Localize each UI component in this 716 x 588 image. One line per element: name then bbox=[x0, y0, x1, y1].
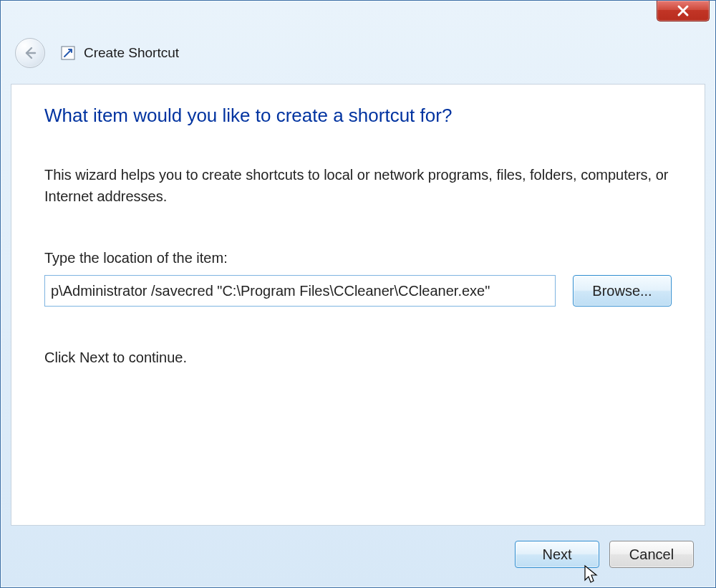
browse-button[interactable]: Browse... bbox=[573, 275, 672, 307]
shortcut-icon bbox=[61, 46, 75, 60]
location-label: Type the location of the item: bbox=[44, 250, 672, 266]
wizard-description: This wizard helps you to create shortcut… bbox=[44, 164, 672, 207]
continue-instruction: Click Next to continue. bbox=[44, 350, 672, 366]
title-bar bbox=[1, 1, 715, 24]
page-heading: What item would you like to create a sho… bbox=[44, 105, 672, 127]
wizard-window: Create Shortcut What item would you like… bbox=[0, 0, 716, 588]
window-title: Create Shortcut bbox=[84, 45, 179, 61]
next-button[interactable]: Next bbox=[515, 541, 599, 568]
close-button[interactable] bbox=[657, 1, 710, 21]
location-row: Browse... bbox=[44, 275, 672, 307]
back-button[interactable] bbox=[15, 38, 45, 68]
location-input[interactable] bbox=[44, 275, 556, 307]
header-row: Create Shortcut bbox=[1, 24, 715, 77]
close-icon bbox=[677, 4, 690, 17]
cancel-button[interactable]: Cancel bbox=[609, 541, 694, 568]
button-bar: Next Cancel bbox=[11, 531, 705, 577]
arrow-left-icon bbox=[22, 45, 38, 61]
content-panel: What item would you like to create a sho… bbox=[11, 84, 705, 526]
